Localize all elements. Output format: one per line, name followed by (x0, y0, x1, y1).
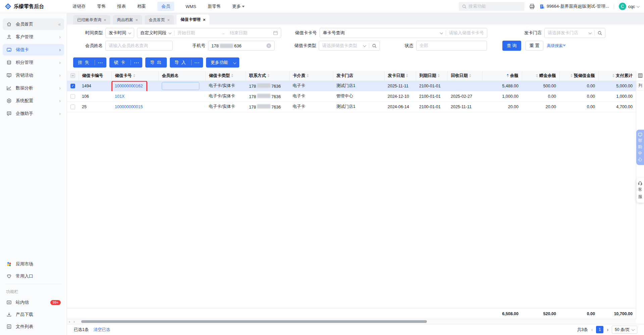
nav-archives[interactable]: 档案 (137, 3, 146, 9)
col-contact[interactable]: 联系方式 (246, 71, 289, 81)
scroll-right-icon[interactable]: › (72, 319, 77, 324)
reset-button[interactable]: 重 置 (526, 41, 544, 51)
sidebar-item-stored-value-card[interactable]: 储值卡 › (3, 44, 64, 55)
sort-icon[interactable] (469, 74, 471, 77)
col-medium[interactable]: 卡介质 (289, 71, 333, 81)
search-icon[interactable] (598, 31, 602, 35)
tab-member-home[interactable]: 会员首页× (145, 15, 174, 25)
start-date-input[interactable]: 开始日期 (178, 30, 195, 36)
scroll-left-icon[interactable]: ‹ (67, 319, 72, 324)
query-button[interactable]: 查 询 (502, 41, 521, 51)
row-checkbox[interactable]: ✓ (70, 84, 75, 88)
col-issue-date[interactable]: 发卡日期 (384, 71, 416, 81)
sort-icon[interactable] (307, 74, 309, 77)
current-page[interactable]: 1 (596, 326, 603, 333)
sort-icon[interactable] (267, 74, 269, 77)
row-checkbox[interactable] (70, 104, 75, 109)
sort-icon[interactable] (438, 74, 440, 77)
table-row[interactable]: ✓ 1494 100000000162 电子卡/实体卡 1787636 电子卡 … (67, 81, 636, 91)
sidebar-item-customer-mgmt[interactable]: 客户管理 › (3, 31, 64, 43)
more-options-icon[interactable]: ··· (95, 60, 106, 65)
col-issue-store[interactable]: 发卡门店 (333, 71, 384, 81)
sidebar-item-points-mgmt[interactable]: 积分管理 › (3, 57, 64, 68)
col-card-no[interactable]: 储值卡号 (111, 71, 158, 81)
table-row[interactable]: 25 100000000015 电子卡/实体卡 1787636 电子卡 测试门店… (67, 101, 636, 112)
status-select[interactable]: 全部 (416, 41, 487, 51)
nav-retail[interactable]: 零售 (97, 3, 106, 9)
scrollbar-track[interactable] (77, 320, 636, 323)
sidebar-item-product-download[interactable]: 产品下载 (3, 309, 64, 320)
search-icon[interactable] (372, 44, 377, 48)
sidebar-item-favorites[interactable]: 常用入口 (3, 270, 64, 282)
card-no-link[interactable]: 100000000015 (115, 104, 143, 109)
clear-icon[interactable]: × (266, 43, 271, 48)
page-size-select[interactable]: 50 条/页 (612, 326, 637, 334)
card-no-input[interactable]: 请输入储值卡卡号 (449, 30, 484, 36)
nav-purchase-sale-stock[interactable]: 进销存 (72, 3, 86, 9)
collapse-sidebar-icon[interactable]: « (58, 22, 61, 27)
col-member-name[interactable]: 会员姓名 (158, 71, 205, 81)
issue-store-select[interactable]: 请选择发卡门店 (544, 28, 605, 38)
customer-service-floater[interactable]: 客服 (636, 178, 644, 203)
column-settings-icon[interactable] (638, 73, 643, 78)
help-center-floater[interactable]: 帮助中心 (636, 130, 644, 165)
col-card-id[interactable]: 储值卡编号 (79, 71, 111, 81)
sort-icon[interactable] (507, 74, 509, 77)
sidebar-item-wecom-assistant[interactable]: 企微助手 › (3, 108, 64, 119)
row-checkbox[interactable] (70, 94, 75, 99)
export-button[interactable]: 导 出 (145, 57, 167, 68)
nav-reports[interactable]: 报表 (117, 3, 126, 9)
card-type-select[interactable]: 请选择储值卡类型 (319, 41, 380, 51)
select-all-checkbox[interactable]: − (70, 73, 75, 78)
lock-card-button[interactable]: 锁 卡··· (109, 57, 143, 68)
close-icon[interactable]: × (167, 17, 170, 23)
col-pay-total[interactable]: 支付累计 (598, 71, 636, 81)
tab-product-archive[interactable]: 商品档案× (113, 15, 142, 25)
date-range-control[interactable]: 自定义时间段 开始日期 → 结束日期 (137, 28, 281, 38)
close-icon[interactable]: × (136, 17, 138, 23)
card-no-combo[interactable]: 单卡号查询 请输入储值卡卡号 (319, 28, 487, 38)
sort-icon[interactable] (231, 74, 233, 77)
time-type-select[interactable]: 发卡时间 (105, 28, 134, 38)
sidebar-item-inbox[interactable]: 站内信 99+ (3, 297, 64, 308)
sort-icon[interactable] (133, 74, 135, 77)
company-switcher[interactable]: 99664-新界面商超版测试-管理... (540, 3, 609, 9)
sidebar-item-file-list[interactable]: 文件列表 (3, 321, 64, 332)
sidebar-item-app-market[interactable]: 应用市场 (3, 258, 64, 270)
sort-icon[interactable] (536, 74, 538, 77)
more-options-icon[interactable]: ··· (131, 60, 142, 65)
card-no-link[interactable]: 101X (115, 94, 125, 99)
sidebar-item-member-home[interactable]: 会员首页 « (3, 18, 64, 30)
col-gift-balance[interactable]: 赠金余额 (522, 71, 559, 81)
end-date-input[interactable]: 结束日期 (230, 30, 247, 36)
prev-page-icon[interactable]: ‹ (591, 327, 593, 332)
function-search-input[interactable]: 搜索功能 (459, 2, 525, 11)
nav-member[interactable]: 会员 (157, 2, 174, 11)
nav-more[interactable]: 更多 (232, 3, 245, 9)
col-recycle-date[interactable]: 回收日期 (447, 71, 482, 81)
clear-selection-link[interactable]: 清空已选 (93, 327, 110, 333)
col-card-type[interactable]: 储值卡类型 (205, 71, 246, 81)
advanced-search-link[interactable]: 高级搜索 (547, 43, 565, 49)
more-options-icon[interactable]: ··· (192, 60, 203, 65)
nav-wms[interactable]: WMS (186, 4, 196, 9)
tab-settled-bills[interactable]: 已结账单查询× (73, 15, 110, 25)
card-no-link[interactable]: 100000000162 (115, 84, 143, 88)
sort-icon[interactable] (571, 74, 573, 77)
sidebar-item-marketing[interactable]: 营销活动 › (3, 70, 64, 81)
report-loss-button[interactable]: 挂 失··· (73, 57, 106, 68)
column-settings-tab[interactable]: 列 (637, 81, 644, 90)
more-functions-button[interactable]: 更多功能 (206, 57, 239, 68)
phone-input[interactable]: 178636 × (208, 41, 275, 51)
next-page-icon[interactable]: › (607, 327, 608, 332)
member-name-edit-cell[interactable] (162, 82, 199, 90)
tab-stored-value-card-mgmt[interactable]: 储值卡管理× (177, 14, 210, 25)
scrollbar-thumb[interactable] (81, 320, 427, 323)
close-icon[interactable]: × (203, 17, 206, 22)
user-menu[interactable]: C cqc (619, 3, 639, 10)
print-icon[interactable] (529, 4, 535, 9)
member-name-input[interactable]: 请输入会员姓名查询 (105, 41, 172, 51)
sort-icon[interactable] (406, 74, 408, 77)
col-balance[interactable]: 余额 (482, 71, 522, 81)
col-expire-date[interactable]: 到期日期 (416, 71, 447, 81)
